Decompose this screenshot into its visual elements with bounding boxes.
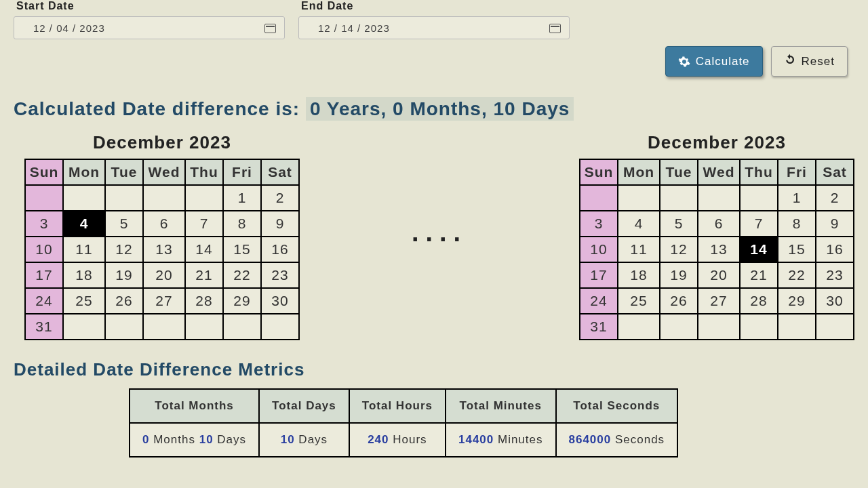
reset-label: Reset xyxy=(802,55,835,68)
calendar-day-cell[interactable]: 19 xyxy=(660,262,698,288)
calendar-day-cell[interactable]: 15 xyxy=(223,237,261,262)
calendar-day-cell[interactable]: 27 xyxy=(143,288,185,314)
calendar-day-cell[interactable]: 18 xyxy=(618,262,660,288)
reset-button[interactable]: Reset xyxy=(771,46,848,77)
calendar-day-cell[interactable]: 12 xyxy=(105,237,143,262)
calendar-day-cell[interactable]: 20 xyxy=(143,262,185,288)
calendar-day-cell[interactable]: 23 xyxy=(816,262,854,288)
calendar-day-cell[interactable]: 3 xyxy=(25,211,63,237)
metrics-cell: 10 Days xyxy=(259,423,349,457)
calendar-day-cell[interactable]: 6 xyxy=(143,211,185,237)
calendar-day-cell xyxy=(778,314,816,340)
calendar-day-cell[interactable]: 6 xyxy=(698,211,740,237)
calendar-day-cell xyxy=(63,314,105,340)
calendar-day-cell[interactable]: 13 xyxy=(143,237,185,262)
refresh-icon xyxy=(784,54,796,69)
calendar-day-cell xyxy=(25,185,63,211)
calculate-button[interactable]: Calculate xyxy=(665,46,763,77)
calendar-day-cell[interactable]: 19 xyxy=(105,262,143,288)
calendar-day-cell[interactable]: 25 xyxy=(63,288,105,314)
calendar-day-cell xyxy=(660,185,698,211)
calendar-day-cell[interactable]: 31 xyxy=(25,314,63,340)
calendar-icon[interactable] xyxy=(264,22,276,33)
calendar-day-cell[interactable]: 21 xyxy=(185,262,223,288)
calendar-day-cell[interactable]: 4 xyxy=(63,211,105,237)
metrics-cell: 14400 Minutes xyxy=(446,423,556,457)
calendar-day-cell[interactable]: 10 xyxy=(580,237,618,262)
calendar-day-cell[interactable]: 8 xyxy=(223,211,261,237)
calendar-day-cell[interactable]: 12 xyxy=(660,237,698,262)
calendar-day-cell[interactable]: 11 xyxy=(63,237,105,262)
result-prefix: Calculated Date difference is: xyxy=(14,98,300,119)
calendar-day-cell[interactable]: 25 xyxy=(618,288,660,314)
calendar-day-cell[interactable]: 9 xyxy=(261,211,299,237)
metrics-col-header: Total Minutes xyxy=(446,389,556,423)
calendar-day-cell[interactable]: 7 xyxy=(185,211,223,237)
metrics-col-header: Total Hours xyxy=(349,389,446,423)
calendar-day-cell[interactable]: 31 xyxy=(580,314,618,340)
calendar-day-cell xyxy=(618,314,660,340)
calendar-day-cell[interactable]: 14 xyxy=(185,237,223,262)
calendar-day-cell[interactable]: 7 xyxy=(740,211,778,237)
calendar-day-cell[interactable]: 26 xyxy=(105,288,143,314)
calendar-day-cell[interactable]: 24 xyxy=(580,288,618,314)
calendar-day-cell xyxy=(740,314,778,340)
calendar-day-cell[interactable]: 29 xyxy=(778,288,816,314)
calendar-day-header: Sat xyxy=(816,159,854,185)
calendar-day-cell[interactable]: 5 xyxy=(660,211,698,237)
result-heading: Calculated Date difference is: 0 Years, … xyxy=(14,98,854,120)
calendar-day-cell[interactable]: 3 xyxy=(580,211,618,237)
calendar-day-cell[interactable]: 10 xyxy=(25,237,63,262)
end-date-input[interactable]: 12 / 14 / 2023 xyxy=(298,16,570,39)
calendar-day-cell[interactable]: 17 xyxy=(580,262,618,288)
start-date-label: Start Date xyxy=(16,0,285,12)
calendar-day-cell[interactable]: 30 xyxy=(816,288,854,314)
calendar-day-cell[interactable]: 29 xyxy=(223,288,261,314)
start-calendar: December 2023 SunMonTueWedThuFriSat12345… xyxy=(24,132,300,340)
calendar-day-cell[interactable]: 1 xyxy=(778,185,816,211)
calendar-day-cell[interactable]: 17 xyxy=(25,262,63,288)
calendar-day-header: Sun xyxy=(25,159,63,185)
calendar-day-cell xyxy=(223,314,261,340)
calendar-day-cell[interactable]: 15 xyxy=(778,237,816,262)
calendar-day-header: Thu xyxy=(185,159,223,185)
calendar-day-cell xyxy=(698,185,740,211)
calendar-day-cell[interactable]: 28 xyxy=(185,288,223,314)
result-value: 0 Years, 0 Months, 10 Days xyxy=(306,97,574,121)
calendar-day-cell[interactable]: 20 xyxy=(698,262,740,288)
calendar-day-cell[interactable]: 22 xyxy=(778,262,816,288)
calendar-day-cell[interactable]: 26 xyxy=(660,288,698,314)
calendar-day-cell xyxy=(185,314,223,340)
calendar-day-cell[interactable]: 30 xyxy=(261,288,299,314)
calendar-day-cell[interactable]: 27 xyxy=(698,288,740,314)
calendar-day-cell[interactable]: 9 xyxy=(816,211,854,237)
calendar-day-cell[interactable]: 23 xyxy=(261,262,299,288)
calendar-day-cell xyxy=(63,185,105,211)
calendar-day-cell[interactable]: 28 xyxy=(740,288,778,314)
calendar-day-cell[interactable]: 2 xyxy=(261,185,299,211)
calendar-day-cell[interactable]: 2 xyxy=(816,185,854,211)
calendar-day-cell[interactable]: 14 xyxy=(740,237,778,262)
metrics-cell: 240 Hours xyxy=(349,423,446,457)
calendar-day-cell[interactable]: 11 xyxy=(618,237,660,262)
calendar-day-cell xyxy=(580,185,618,211)
calendar-day-cell[interactable]: 13 xyxy=(698,237,740,262)
calendar-day-cell[interactable]: 18 xyxy=(63,262,105,288)
start-date-input[interactable]: 12 / 04 / 2023 xyxy=(14,16,285,39)
calendar-day-cell[interactable]: 1 xyxy=(223,185,261,211)
calendar-day-cell[interactable]: 5 xyxy=(105,211,143,237)
calendar-day-cell xyxy=(105,185,143,211)
calendar-day-cell[interactable]: 22 xyxy=(223,262,261,288)
calendar-day-header: Mon xyxy=(618,159,660,185)
calendar-day-cell xyxy=(185,185,223,211)
calendar-icon[interactable] xyxy=(549,22,561,33)
calendar-day-cell xyxy=(143,185,185,211)
calendar-day-cell[interactable]: 8 xyxy=(778,211,816,237)
calendar-day-cell[interactable]: 16 xyxy=(816,237,854,262)
calendar-day-cell[interactable]: 16 xyxy=(261,237,299,262)
calendar-day-cell[interactable]: 4 xyxy=(618,211,660,237)
calendar-day-cell xyxy=(816,314,854,340)
calendar-day-cell[interactable]: 21 xyxy=(740,262,778,288)
calendar-day-header: Tue xyxy=(660,159,698,185)
calendar-day-cell[interactable]: 24 xyxy=(25,288,63,314)
